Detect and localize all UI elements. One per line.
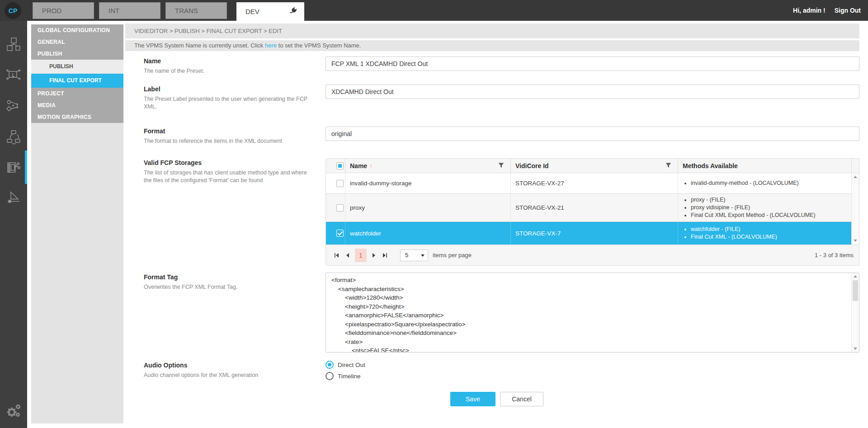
column-header-name[interactable]: Name ↑ bbox=[345, 159, 510, 173]
preset-form: Name The name of the Preset. Label The P… bbox=[125, 56, 859, 406]
page-size-select[interactable]: 5 bbox=[400, 249, 428, 261]
format-description: The format to reference the items in the… bbox=[144, 137, 326, 145]
last-page-button[interactable] bbox=[379, 250, 390, 261]
cubes-icon[interactable] bbox=[0, 29, 27, 60]
row-checkbox[interactable] bbox=[336, 204, 344, 212]
row-checkbox[interactable] bbox=[336, 180, 344, 187]
user-area: Hi, admin ! Sign Out bbox=[793, 7, 868, 14]
audio-options-label: Audio Options bbox=[144, 361, 326, 369]
tab-int[interactable]: INT bbox=[99, 2, 160, 19]
sidebar-item-motion-graphics[interactable]: MOTION GRAPHICS bbox=[31, 111, 123, 123]
format-tag-value: <format> <samplecharacteristics> <width>… bbox=[326, 273, 859, 353]
here-link[interactable]: here bbox=[265, 42, 277, 49]
radio-unselected-icon[interactable] bbox=[326, 372, 334, 380]
tab-dev[interactable]: DEV bbox=[236, 2, 304, 21]
workflow-icon[interactable] bbox=[0, 90, 27, 121]
trim-play-icon[interactable] bbox=[0, 183, 27, 213]
format-label-block: Format The format to reference the items… bbox=[144, 127, 326, 145]
radio-timeline[interactable]: Timeline bbox=[326, 372, 859, 380]
breadcrumb: VIDIEDITOR > PUBLISH > FINAL CUT EXPORT … bbox=[125, 24, 859, 38]
table-scrollbar[interactable] bbox=[851, 174, 859, 244]
filter-icon-name[interactable] bbox=[498, 162, 504, 169]
icon-rail bbox=[0, 21, 27, 428]
storages-description: The list of storages that has client usa… bbox=[144, 169, 326, 184]
top-bar: CP PROD INT TRANS DEV H bbox=[0, 0, 868, 21]
sidebar-item-global-configuration[interactable]: GLOBAL CONFIGURATION bbox=[31, 24, 123, 36]
storages-label: Valid FCP Storages bbox=[144, 158, 326, 166]
name-label: Name bbox=[144, 56, 326, 65]
sidebar-item-media[interactable]: MEDIA bbox=[31, 99, 123, 111]
current-page-button[interactable]: 1 bbox=[355, 249, 367, 262]
cell-name: watchfolder bbox=[345, 222, 510, 245]
scroll-up-icon[interactable] bbox=[854, 275, 857, 277]
label-label: Label bbox=[144, 85, 326, 93]
select-all-checkbox[interactable] bbox=[336, 162, 344, 169]
touch-screen-icon[interactable] bbox=[0, 60, 27, 90]
sort-asc-icon: ↑ bbox=[369, 162, 373, 169]
filter-icon-vidicore[interactable] bbox=[665, 162, 671, 169]
cell-vidicore-id: STORAGE-VX-21 bbox=[510, 194, 678, 221]
storages-table-header: Name ↑ VidiCore Id bbox=[326, 159, 859, 173]
greeting-text: Hi, admin ! bbox=[793, 7, 826, 14]
plug-icon bbox=[289, 6, 298, 17]
scrollbar-thumb[interactable] bbox=[853, 280, 858, 301]
cycle-icon[interactable] bbox=[0, 121, 27, 152]
video-edit-icon[interactable] bbox=[0, 152, 27, 183]
radio-selected-icon[interactable] bbox=[326, 361, 334, 369]
tab-prod[interactable]: PROD bbox=[33, 2, 94, 19]
cell-vidicore-id: STORAGE-VX-27 bbox=[510, 173, 678, 193]
label-row: Label The Preset Label presented to the … bbox=[144, 85, 859, 111]
format-tag-label-block: Format Tag Overwrites the FCP XML Format… bbox=[144, 273, 326, 353]
format-tag-textarea[interactable]: <format> <samplecharacteristics> <width>… bbox=[326, 273, 859, 353]
table-row[interactable]: proxy STORAGE-VX-21 proxy - (FILE) proxy… bbox=[326, 194, 851, 222]
audio-options-group: Direct Out Timeline Save Cancel bbox=[326, 361, 859, 406]
cell-vidicore-id: STORAGE-VX-7 bbox=[510, 222, 678, 245]
logo-cell: CP bbox=[0, 0, 27, 21]
environment-tabs: PROD INT TRANS DEV bbox=[33, 0, 309, 21]
name-label-block: Name The name of the Preset. bbox=[144, 56, 326, 75]
scroll-up-icon[interactable] bbox=[854, 176, 857, 178]
format-tag-row: Format Tag Overwrites the FCP XML Format… bbox=[144, 273, 859, 353]
audio-options-description: Audio channel options for the XML genera… bbox=[144, 372, 326, 379]
save-button[interactable]: Save bbox=[450, 392, 495, 406]
name-input[interactable] bbox=[326, 56, 859, 71]
tab-trans[interactable]: TRANS bbox=[165, 2, 227, 19]
label-input[interactable] bbox=[326, 85, 859, 99]
active-rail-indicator bbox=[25, 151, 27, 184]
cancel-button[interactable]: Cancel bbox=[500, 392, 543, 406]
side-nav-filler bbox=[31, 123, 123, 423]
sidebar-item-publish[interactable]: PUBLISH bbox=[31, 48, 123, 60]
scroll-down-icon[interactable] bbox=[854, 240, 857, 242]
vpms-notice: The VPMS System Name is currently unset.… bbox=[125, 40, 859, 51]
header-scroll-spacer bbox=[851, 159, 859, 173]
sign-out-link[interactable]: Sign Out bbox=[835, 7, 861, 14]
table-row-selected[interactable]: watchfolder STORAGE-VX-7 watchfolder - (… bbox=[326, 222, 851, 245]
next-page-button[interactable] bbox=[368, 250, 379, 261]
sidebar-subitem-publish[interactable]: PUBLISH bbox=[31, 60, 123, 74]
format-input[interactable] bbox=[326, 127, 859, 141]
table-row[interactable]: invalid-dummy-storage STORAGE-VX-27 inva… bbox=[326, 173, 851, 194]
format-label: Format bbox=[144, 127, 326, 135]
gears-icon[interactable] bbox=[0, 395, 27, 425]
column-header-methods: Methods Available bbox=[678, 159, 851, 173]
items-per-page-label: items per page bbox=[433, 252, 472, 259]
cell-methods: watchfolder - (FILE) Final Cut XML - (LO… bbox=[678, 222, 851, 245]
column-header-vidicore-id[interactable]: VidiCore Id bbox=[510, 159, 678, 173]
scroll-down-icon[interactable] bbox=[854, 348, 857, 350]
storages-row: Valid FCP Storages The list of storages … bbox=[144, 158, 859, 266]
sidebar-item-project[interactable]: PROJECT bbox=[31, 88, 123, 99]
radio-direct-out[interactable]: Direct Out bbox=[326, 361, 859, 369]
sidebar-item-general[interactable]: GENERAL bbox=[31, 36, 123, 48]
audio-options-row: Audio Options Audio channel options for … bbox=[144, 361, 859, 406]
first-page-button[interactable] bbox=[331, 250, 342, 261]
cp-logo: CP bbox=[5, 2, 21, 19]
cell-name: invalid-dummy-storage bbox=[345, 173, 510, 193]
app-window: CP PROD INT TRANS DEV H bbox=[0, 0, 868, 428]
textarea-scrollbar[interactable] bbox=[851, 273, 859, 352]
previous-page-button[interactable] bbox=[342, 250, 353, 261]
name-row: Name The name of the Preset. bbox=[144, 56, 859, 75]
main-content: VIDIEDITOR > PUBLISH > FINAL CUT EXPORT … bbox=[125, 21, 868, 428]
row-checkbox-checked[interactable] bbox=[336, 230, 344, 237]
sidebar-subitem-final-cut-export[interactable]: FINAL CUT EXPORT bbox=[31, 74, 123, 88]
table-pager: 1 5 items per page 1 - 3 of 3 items bbox=[326, 245, 859, 265]
